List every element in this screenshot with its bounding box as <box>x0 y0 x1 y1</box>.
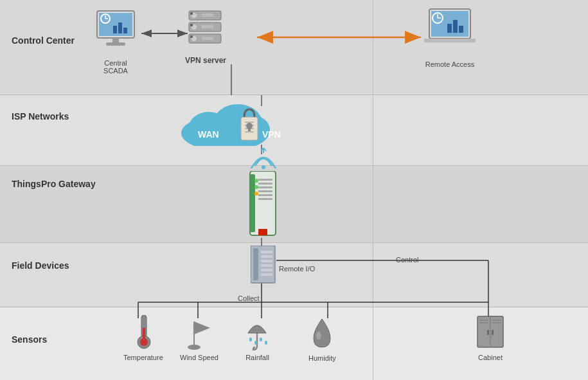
svg-rect-78 <box>261 264 272 267</box>
isp-label: ISP Networks <box>12 111 69 122</box>
svg-rect-77 <box>261 260 272 262</box>
svg-rect-42 <box>447 24 452 33</box>
svg-point-65 <box>254 192 258 195</box>
humidity-icon <box>310 318 334 351</box>
sensor-rainfall: Rainfall <box>243 315 272 361</box>
gateway-label: ThingsPro Gateway <box>12 179 96 189</box>
remote-io-group <box>251 246 276 286</box>
wifi-icon <box>247 148 280 170</box>
svg-rect-35 <box>190 24 193 26</box>
sensor-temperature: Temperature <box>123 315 163 361</box>
svg-rect-68 <box>258 186 272 188</box>
svg-rect-24 <box>106 42 125 46</box>
cloud-icon: WAN VPN <box>180 98 302 146</box>
vpn-server-icon <box>188 10 224 51</box>
svg-rect-30 <box>202 25 213 28</box>
rainfall-label: Rainfall <box>243 354 272 361</box>
svg-rect-45 <box>424 39 476 42</box>
vpn-server-group: VPN server <box>185 10 226 65</box>
svg-rect-66 <box>258 179 272 181</box>
remote-access-group: Remote Access <box>424 8 476 68</box>
svg-rect-95 <box>487 330 489 335</box>
svg-rect-27 <box>202 14 213 17</box>
svg-rect-23 <box>112 38 119 42</box>
wind-speed-icon <box>184 318 213 350</box>
svg-rect-96 <box>492 330 494 335</box>
svg-rect-79 <box>261 269 272 271</box>
remote-access-icon <box>424 8 476 56</box>
wifi-group <box>247 148 280 172</box>
svg-point-88 <box>249 338 252 341</box>
thermometer-icon <box>134 315 153 350</box>
svg-text:VPN: VPN <box>262 129 281 140</box>
temperature-label: Temperature <box>123 354 163 361</box>
svg-rect-44 <box>459 26 463 33</box>
svg-rect-43 <box>453 20 458 33</box>
svg-rect-74 <box>253 248 258 280</box>
scada-group: Central SCADA <box>95 10 136 75</box>
sensor-humidity: Humidity <box>308 318 336 362</box>
svg-point-91 <box>265 341 267 345</box>
svg-point-86 <box>188 345 200 350</box>
svg-rect-76 <box>261 255 272 258</box>
field-band <box>0 243 588 307</box>
remote-access-label: Remote Access <box>424 60 476 68</box>
cloud-group: WAN VPN <box>180 98 302 148</box>
sensor-wind-speed: Wind Speed <box>180 318 218 361</box>
wind-speed-label: Wind Speed <box>180 354 218 361</box>
humidity-label: Humidity <box>308 354 336 362</box>
control-center-band <box>0 0 588 95</box>
svg-point-59 <box>262 165 265 169</box>
svg-rect-22 <box>123 28 127 33</box>
svg-rect-33 <box>202 37 213 40</box>
svg-rect-36 <box>190 35 193 38</box>
rainfall-icon <box>243 315 272 350</box>
svg-point-84 <box>140 338 148 346</box>
field-label: Field Devices <box>12 260 69 271</box>
sensors-label: Sensors <box>12 334 47 345</box>
svg-point-63 <box>254 179 258 183</box>
control-label: Control <box>396 256 418 264</box>
svg-rect-75 <box>261 251 272 253</box>
svg-rect-71 <box>258 198 272 200</box>
scada-icon <box>95 10 136 55</box>
cabinet-icon <box>474 315 506 350</box>
svg-rect-62 <box>250 174 255 232</box>
cabinet-label: Cabinet <box>474 354 506 361</box>
svg-rect-69 <box>258 190 272 192</box>
scada-label: Central SCADA <box>95 59 136 75</box>
svg-point-90 <box>260 338 262 341</box>
svg-point-92 <box>316 332 321 339</box>
svg-text:WAN: WAN <box>198 129 219 140</box>
remote-io-icon <box>251 246 276 284</box>
gateway-device <box>247 171 279 240</box>
remote-io-label: Remote I/O <box>279 265 315 273</box>
gateway-icon <box>247 171 279 239</box>
vpn-server-label: VPN server <box>185 56 226 65</box>
svg-point-64 <box>254 185 258 189</box>
svg-rect-57 <box>248 126 251 131</box>
control-center-label: Control Center <box>12 35 75 46</box>
svg-rect-80 <box>261 273 272 276</box>
gateway-band <box>0 166 588 243</box>
svg-rect-20 <box>113 26 117 33</box>
svg-point-89 <box>254 341 257 345</box>
collect-label: Collect <box>238 294 260 302</box>
svg-rect-67 <box>258 183 272 185</box>
svg-rect-21 <box>118 23 122 33</box>
svg-rect-72 <box>258 229 267 235</box>
control-center-divider <box>373 0 373 380</box>
svg-rect-70 <box>258 194 272 196</box>
svg-rect-34 <box>190 12 193 15</box>
sensor-cabinet: Cabinet <box>474 315 506 361</box>
